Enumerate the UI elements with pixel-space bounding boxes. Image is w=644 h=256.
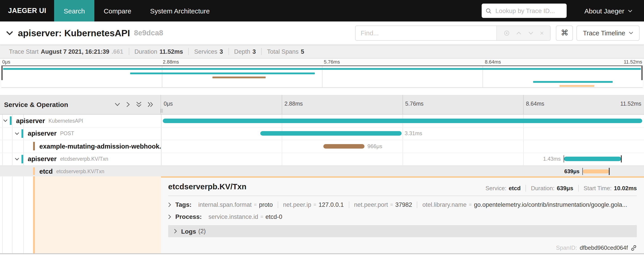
span-duration-bar[interactable] — [323, 144, 364, 149]
minimap-span-bar — [533, 81, 613, 83]
selected-span-color-line — [33, 176, 35, 253]
expand-all-icon[interactable] — [148, 102, 154, 107]
span-duration-bar[interactable] — [564, 157, 621, 161]
minimap-span-bar — [3, 68, 641, 70]
minimap-canvas[interactable] — [1, 65, 643, 88]
span-row-name-column: apiserverKubernetesAPI — [0, 115, 161, 127]
find-group: × — [355, 25, 551, 41]
minimap-tick: 8.64ms — [485, 59, 501, 65]
kv-value: 37982 — [395, 201, 412, 208]
find-input[interactable] — [356, 26, 497, 40]
keyboard-shortcuts-button[interactable]: ⌘ — [556, 25, 573, 41]
tree-guide-line — [12, 176, 12, 253]
process-list: service.instance.id=etcd-0 — [204, 213, 287, 220]
span-row[interactable]: apiserverKubernetesAPI — [0, 115, 644, 127]
deep-link-icon[interactable] — [630, 244, 637, 251]
stat-value: 5 — [301, 48, 304, 55]
chevron-down-icon — [628, 9, 632, 12]
kv-equals: = — [390, 202, 393, 207]
kv-key: otel.library.name — [422, 201, 467, 208]
span-duration-bar[interactable] — [260, 131, 402, 136]
stat-label: Depth — [234, 48, 250, 55]
trace-stat-item: Duration11.52ms — [128, 48, 188, 55]
span-expander-icon[interactable] — [15, 132, 22, 135]
collapse-trace-chevron-icon[interactable] — [6, 30, 14, 36]
span-meta-value: 10.02ms — [614, 185, 637, 191]
chevron-right-icon[interactable] — [168, 214, 171, 219]
span-detail-section: etcdserverpb.KV/Txn Service:etcdDuration… — [0, 176, 644, 253]
column-resize-grip[interactable] — [160, 109, 163, 113]
span-duration-bar[interactable] — [163, 119, 642, 123]
key-value-pair: net.peer.port=37982 — [348, 201, 417, 208]
nav-spacer — [219, 0, 482, 22]
trace-stats-bar: Trace StartAugust 7 2021, 16:21:39.661Du… — [0, 45, 644, 59]
about-jaeger-menu[interactable]: About Jaeger — [584, 0, 632, 22]
minimap-tick: 0μs — [2, 59, 10, 65]
span-service-name: etcd — [39, 168, 53, 175]
span-row-timeline — [161, 115, 644, 127]
span-duration-label: 966μs — [368, 143, 382, 149]
span-expander-icon[interactable] — [3, 119, 10, 122]
span-meta-value: etcd — [509, 185, 520, 191]
logs-row[interactable]: Logs (2) — [168, 225, 637, 237]
brand-logo[interactable]: JAEGER UI — [0, 0, 54, 22]
prev-match-icon[interactable] — [516, 31, 522, 35]
span-duration-bar[interactable] — [583, 169, 609, 173]
stat-value: 3 — [220, 48, 223, 55]
trace-stat-item: Depth3 — [228, 48, 261, 55]
about-jaeger-label: About Jaeger — [584, 7, 624, 15]
kv-key: net.peer.port — [354, 201, 388, 208]
span-id-footer: SpanID: dfbebd960ced064f — [556, 244, 637, 251]
span-detail-panel: etcdserverpb.KV/Txn Service:etcdDuration… — [161, 176, 644, 253]
key-value-pair: net.peer.ip=127.0.0.1 — [278, 201, 349, 208]
process-row[interactable]: Process: service.instance.id=etcd-0 — [168, 213, 637, 220]
minimap-right-drag-handle[interactable] — [641, 66, 643, 80]
clear-find-icon[interactable]: × — [540, 30, 544, 36]
span-expander-icon[interactable] — [15, 158, 22, 161]
span-row[interactable]: apiserveretcdserverpb.KV/Txn1.43ms — [0, 153, 644, 166]
trace-lookup-box — [482, 4, 567, 18]
minimap-tick: 2.88ms — [163, 59, 179, 65]
minimap-left-drag-handle[interactable] — [1, 66, 3, 80]
kv-equals: = — [254, 202, 257, 207]
stat-value: August 7 2021, 16:21:39 — [41, 48, 109, 55]
command-icon: ⌘ — [561, 28, 568, 38]
span-bound-tick — [564, 155, 564, 163]
tab-search[interactable]: Search — [54, 0, 94, 22]
logs-label: Logs — [181, 227, 196, 235]
collapse-all-icon[interactable] — [136, 102, 142, 107]
jaeger-trace-page: JAEGER UI Search Compare System Architec… — [0, 0, 644, 256]
span-row[interactable]: etcdetcdserverpb.KV/Txn639μs — [0, 166, 644, 176]
tags-row[interactable]: Tags: internal.span.format=protonet.peer… — [168, 201, 637, 208]
span-row[interactable]: example-mutating-admission-webhook...966… — [0, 140, 644, 153]
kv-value: go.opentelemetry.io/contrib/instrumentat… — [474, 201, 627, 208]
chevron-right-icon[interactable] — [168, 202, 171, 207]
tab-system-architecture[interactable]: System Architecture — [141, 0, 219, 22]
chevron-right-icon[interactable] — [174, 229, 177, 234]
span-duration-label: 3.31ms — [405, 130, 422, 137]
next-match-icon[interactable] — [528, 31, 534, 35]
service-operation-header: Service & Operation — [4, 101, 68, 108]
span-color-bar — [33, 167, 35, 175]
collapse-one-icon[interactable] — [114, 103, 120, 107]
ruler-tick: 2.88ms — [284, 101, 303, 107]
minimap-tick-labels: 0μs 2.88ms 5.76ms 8.64ms 11.52ms — [0, 59, 644, 65]
trace-view-selector-button[interactable]: Trace Timeline — [577, 25, 640, 41]
span-row[interactable]: apiserverPOST3.31ms — [0, 127, 644, 140]
stat-value: 3 — [252, 48, 256, 55]
kv-value: 127.0.0.1 — [319, 201, 344, 208]
kv-key: internal.span.format — [198, 201, 252, 208]
span-rows: apiserverKubernetesAPIapiserverPOST3.31m… — [0, 115, 644, 176]
ruler-tick: 0μs — [164, 101, 173, 107]
ruler-tick: 5.76ms — [405, 101, 424, 107]
ruler-gridline — [402, 95, 403, 114]
trace-lookup-input[interactable] — [495, 7, 562, 15]
ruler-gridline — [282, 95, 282, 114]
span-row-name-column: example-mutating-admission-webhook... — [0, 140, 161, 152]
ruler-tick: 11.52ms — [620, 101, 641, 107]
span-detail-title: etcdserverpb.KV/Txn — [168, 182, 246, 191]
tab-compare[interactable]: Compare — [94, 0, 141, 22]
minimap-span-bar — [559, 85, 594, 87]
focus-match-icon[interactable] — [504, 30, 510, 36]
expand-one-icon[interactable] — [126, 102, 130, 107]
